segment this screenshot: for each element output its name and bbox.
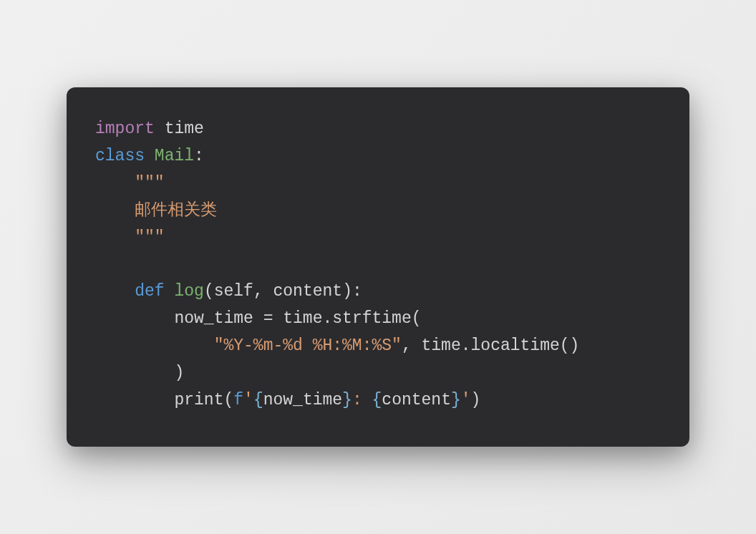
dot: . (322, 309, 332, 328)
keyword-import: import (95, 120, 155, 138)
indent (95, 282, 135, 301)
brace-open: { (253, 391, 263, 409)
keyword-def: def (135, 282, 164, 301)
space (165, 282, 175, 301)
paren-close: ) (471, 391, 481, 409)
quote-open: ' (243, 391, 253, 409)
code-line-2: class Mail: (95, 143, 661, 170)
paren-open: ( (204, 282, 214, 301)
method-strftime: strftime (332, 309, 411, 328)
indent (95, 228, 135, 247)
format-string: "%Y-%m-%d %H:%M:%S" (214, 336, 402, 355)
code-line-4: 邮件相关类 (95, 198, 661, 225)
code-block: import time class Mail: """ 邮件相关类 """ de… (67, 87, 689, 447)
code-line-8: now_time = time.strftime( (95, 306, 661, 333)
dot: . (461, 336, 471, 355)
fstring-mid: : (352, 391, 372, 409)
comma: , (253, 282, 273, 301)
code-line-10: ) (95, 360, 661, 387)
param-content: content (273, 282, 343, 301)
colon: : (194, 147, 204, 165)
fstring-var: content (382, 391, 451, 409)
code-line-3: """ (95, 170, 661, 198)
paren-open: ( (412, 309, 422, 328)
obj-time: time (283, 309, 322, 328)
indent (95, 201, 135, 220)
docstring-close: """ (135, 228, 164, 247)
space (145, 147, 155, 165)
docstring-text: 邮件相关类 (135, 201, 217, 220)
code-line-9: "%Y-%m-%d %H:%M:%S", time.localtime() (95, 333, 661, 360)
indent (95, 309, 174, 328)
paren-close: ) (174, 364, 184, 382)
code-line-7: def log(self, content): (95, 278, 661, 306)
module-time: time (155, 120, 204, 138)
code-line-6 (95, 252, 661, 279)
equals: = (253, 309, 283, 328)
indent (95, 174, 135, 193)
indent (95, 364, 174, 382)
quote-close: ' (461, 391, 471, 409)
comma: , (402, 336, 422, 355)
param-self: self (214, 282, 253, 301)
fstring-var: now_time (263, 391, 342, 409)
keyword-class: class (95, 147, 145, 165)
brace-close: } (451, 391, 461, 409)
method-localtime: localtime (471, 336, 560, 355)
f-prefix: f (233, 391, 243, 409)
brace-open: { (372, 391, 382, 409)
func-print: print (174, 391, 223, 409)
code-line-5: """ (95, 225, 661, 252)
parens: () (560, 336, 580, 355)
indent (95, 336, 214, 355)
indent (95, 391, 174, 409)
docstring-open: """ (135, 174, 164, 193)
code-line-11: print(f'{now_time}: {content}') (95, 387, 661, 414)
brace-close: } (342, 391, 352, 409)
class-name: Mail (155, 147, 194, 165)
var-name: now_time (174, 309, 253, 328)
paren-open: ( (223, 391, 233, 409)
func-name: log (174, 282, 203, 301)
code-line-1: import time (95, 116, 661, 143)
paren-close-colon: ): (342, 282, 362, 301)
obj-time: time (422, 336, 461, 355)
